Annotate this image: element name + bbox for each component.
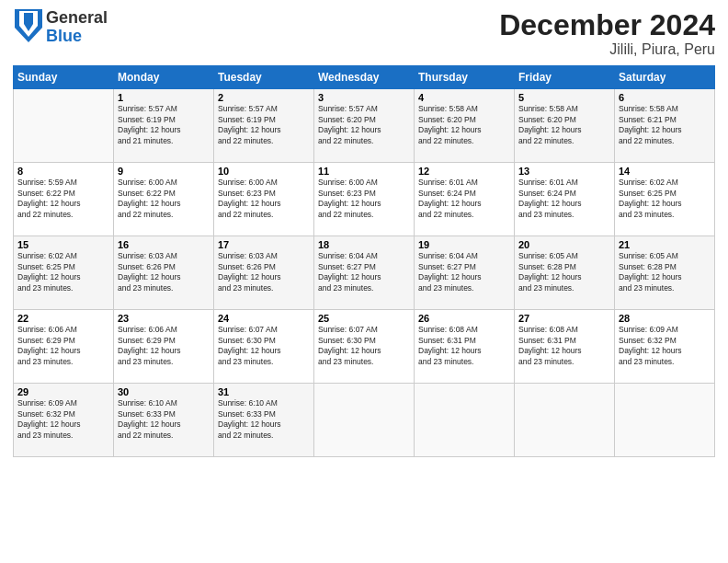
day-info: Sunrise: 6:04 AM Sunset: 6:27 PM Dayligh…	[318, 251, 410, 293]
day-number: 21	[619, 239, 711, 250]
day-number: 18	[318, 239, 410, 250]
day-info: Sunrise: 6:09 AM Sunset: 6:32 PM Dayligh…	[619, 325, 711, 367]
day-number: 26	[418, 313, 510, 324]
col-sunday: Sunday	[14, 66, 114, 89]
table-row: 23Sunrise: 6:06 AM Sunset: 6:29 PM Dayli…	[114, 310, 214, 384]
table-row: 13Sunrise: 6:01 AM Sunset: 6:24 PM Dayli…	[515, 163, 615, 236]
table-row: 27Sunrise: 6:08 AM Sunset: 6:31 PM Dayli…	[515, 310, 615, 384]
day-number: 4	[418, 92, 510, 103]
day-info: Sunrise: 5:57 AM Sunset: 6:19 PM Dayligh…	[218, 104, 310, 146]
day-number: 24	[218, 313, 310, 324]
day-number: 9	[118, 166, 210, 177]
day-number: 6	[619, 92, 711, 103]
day-info: Sunrise: 5:57 AM Sunset: 6:19 PM Dayligh…	[118, 104, 210, 146]
table-row: 5Sunrise: 5:58 AM Sunset: 6:20 PM Daylig…	[515, 89, 615, 163]
day-info: Sunrise: 6:07 AM Sunset: 6:30 PM Dayligh…	[218, 325, 310, 367]
table-row: 28Sunrise: 6:09 AM Sunset: 6:32 PM Dayli…	[615, 310, 715, 384]
day-info: Sunrise: 6:06 AM Sunset: 6:29 PM Dayligh…	[17, 325, 109, 367]
day-info: Sunrise: 6:08 AM Sunset: 6:31 PM Dayligh…	[518, 325, 610, 367]
day-number: 31	[218, 386, 310, 397]
day-number: 11	[318, 166, 410, 177]
table-row: 14Sunrise: 6:02 AM Sunset: 6:25 PM Dayli…	[615, 163, 715, 236]
table-row	[415, 384, 515, 457]
table-row	[615, 384, 715, 457]
day-info: Sunrise: 6:08 AM Sunset: 6:31 PM Dayligh…	[418, 325, 510, 367]
calendar-title: December 2024	[499, 9, 715, 41]
table-row	[14, 89, 114, 163]
col-monday: Monday	[114, 66, 214, 89]
calendar-table: Sunday Monday Tuesday Wednesday Thursday…	[13, 65, 715, 457]
table-row: 1Sunrise: 5:57 AM Sunset: 6:19 PM Daylig…	[114, 89, 214, 163]
day-number: 12	[418, 166, 510, 177]
page: General Blue December 2024 Jilili, Piura…	[0, 0, 728, 563]
col-tuesday: Tuesday	[214, 66, 314, 89]
calendar-subtitle: Jilili, Piura, Peru	[499, 41, 715, 58]
day-info: Sunrise: 6:01 AM Sunset: 6:24 PM Dayligh…	[418, 178, 510, 220]
table-row: 18Sunrise: 6:04 AM Sunset: 6:27 PM Dayli…	[314, 236, 415, 310]
day-info: Sunrise: 5:58 AM Sunset: 6:20 PM Dayligh…	[518, 104, 610, 146]
table-row: 21Sunrise: 6:05 AM Sunset: 6:28 PM Dayli…	[615, 236, 715, 310]
day-number: 13	[518, 166, 610, 177]
table-row	[515, 384, 615, 457]
table-row: 4Sunrise: 5:58 AM Sunset: 6:20 PM Daylig…	[415, 89, 515, 163]
table-row: 12Sunrise: 6:01 AM Sunset: 6:24 PM Dayli…	[415, 163, 515, 236]
table-row: 30Sunrise: 6:10 AM Sunset: 6:33 PM Dayli…	[114, 384, 214, 457]
day-info: Sunrise: 6:00 AM Sunset: 6:23 PM Dayligh…	[218, 178, 310, 220]
day-info: Sunrise: 6:09 AM Sunset: 6:32 PM Dayligh…	[17, 398, 109, 441]
calendar-week-row: 22Sunrise: 6:06 AM Sunset: 6:29 PM Dayli…	[14, 310, 715, 384]
day-number: 27	[518, 313, 610, 324]
table-row: 17Sunrise: 6:03 AM Sunset: 6:26 PM Dayli…	[214, 236, 314, 310]
day-info: Sunrise: 6:00 AM Sunset: 6:22 PM Dayligh…	[118, 178, 210, 220]
logo-icon	[15, 9, 42, 42]
table-row: 22Sunrise: 6:06 AM Sunset: 6:29 PM Dayli…	[14, 310, 114, 384]
day-number: 14	[619, 166, 711, 177]
day-number: 20	[518, 239, 610, 250]
day-info: Sunrise: 5:58 AM Sunset: 6:20 PM Dayligh…	[418, 104, 510, 146]
day-info: Sunrise: 6:00 AM Sunset: 6:23 PM Dayligh…	[318, 178, 410, 220]
day-number: 30	[118, 386, 210, 397]
day-info: Sunrise: 5:59 AM Sunset: 6:22 PM Dayligh…	[17, 178, 109, 220]
table-row: 8Sunrise: 5:59 AM Sunset: 6:22 PM Daylig…	[14, 163, 114, 236]
day-number: 8	[17, 166, 109, 177]
table-row: 10Sunrise: 6:00 AM Sunset: 6:23 PM Dayli…	[214, 163, 314, 236]
day-number: 16	[118, 239, 210, 250]
day-info: Sunrise: 6:03 AM Sunset: 6:26 PM Dayligh…	[118, 251, 210, 293]
day-number: 5	[518, 92, 610, 103]
calendar-week-row: 8Sunrise: 5:59 AM Sunset: 6:22 PM Daylig…	[14, 163, 715, 236]
day-number: 1	[118, 92, 210, 103]
table-row: 9Sunrise: 6:00 AM Sunset: 6:22 PM Daylig…	[114, 163, 214, 236]
table-row: 11Sunrise: 6:00 AM Sunset: 6:23 PM Dayli…	[314, 163, 415, 236]
calendar-week-row: 15Sunrise: 6:02 AM Sunset: 6:25 PM Dayli…	[14, 236, 715, 310]
day-info: Sunrise: 5:57 AM Sunset: 6:20 PM Dayligh…	[318, 104, 410, 146]
header: General Blue December 2024 Jilili, Piura…	[13, 9, 715, 58]
table-row: 25Sunrise: 6:07 AM Sunset: 6:30 PM Dayli…	[314, 310, 415, 384]
day-info: Sunrise: 6:05 AM Sunset: 6:28 PM Dayligh…	[518, 251, 610, 293]
day-number: 3	[318, 92, 410, 103]
table-row: 6Sunrise: 5:58 AM Sunset: 6:21 PM Daylig…	[615, 89, 715, 163]
table-row: 29Sunrise: 6:09 AM Sunset: 6:32 PM Dayli…	[14, 384, 114, 457]
col-wednesday: Wednesday	[314, 66, 415, 89]
day-info: Sunrise: 6:05 AM Sunset: 6:28 PM Dayligh…	[619, 251, 711, 293]
day-info: Sunrise: 6:10 AM Sunset: 6:33 PM Dayligh…	[218, 398, 310, 441]
table-row: 24Sunrise: 6:07 AM Sunset: 6:30 PM Dayli…	[214, 310, 314, 384]
table-row	[314, 384, 415, 457]
day-number: 15	[17, 239, 109, 250]
day-info: Sunrise: 6:06 AM Sunset: 6:29 PM Dayligh…	[118, 325, 210, 367]
table-row: 19Sunrise: 6:04 AM Sunset: 6:27 PM Dayli…	[415, 236, 515, 310]
logo: General Blue	[13, 9, 108, 46]
day-number: 22	[17, 313, 109, 324]
day-info: Sunrise: 6:04 AM Sunset: 6:27 PM Dayligh…	[418, 251, 510, 293]
title-block: December 2024 Jilili, Piura, Peru	[499, 9, 715, 58]
day-info: Sunrise: 6:07 AM Sunset: 6:30 PM Dayligh…	[318, 325, 410, 367]
day-number: 25	[318, 313, 410, 324]
col-thursday: Thursday	[415, 66, 515, 89]
table-row: 26Sunrise: 6:08 AM Sunset: 6:31 PM Dayli…	[415, 310, 515, 384]
col-saturday: Saturday	[615, 66, 715, 89]
calendar-header-row: Sunday Monday Tuesday Wednesday Thursday…	[14, 66, 715, 89]
logo-general-text: General	[46, 8, 108, 27]
day-number: 28	[619, 313, 711, 324]
day-number: 23	[118, 313, 210, 324]
calendar-week-row: 29Sunrise: 6:09 AM Sunset: 6:32 PM Dayli…	[14, 384, 715, 457]
day-info: Sunrise: 6:01 AM Sunset: 6:24 PM Dayligh…	[518, 178, 610, 220]
table-row: 15Sunrise: 6:02 AM Sunset: 6:25 PM Dayli…	[14, 236, 114, 310]
